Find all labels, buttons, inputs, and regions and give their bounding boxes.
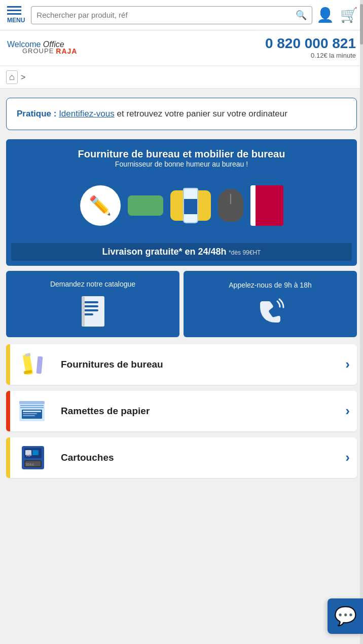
category-accent-fournitures bbox=[6, 344, 10, 385]
search-box: 🔍 bbox=[31, 6, 312, 24]
header: MENU 🔍 👤 🛒 bbox=[0, 0, 363, 30]
menu-button[interactable]: MENU bbox=[5, 4, 27, 26]
stapler-shape bbox=[128, 195, 163, 216]
logo-groupe-text: GROUPE bbox=[22, 47, 54, 55]
logo-groupe: GROUPE RAJA bbox=[7, 47, 77, 55]
category-accent-cartouches bbox=[6, 437, 10, 478]
banner-mouse-item bbox=[218, 189, 243, 222]
banner-bottom-note: *dès 99€HT bbox=[229, 249, 261, 256]
banner-notebook-item bbox=[250, 185, 283, 226]
pratique-bold: Pratique : bbox=[17, 109, 56, 118]
pen-circle bbox=[80, 185, 121, 226]
svg-rect-21 bbox=[32, 450, 39, 455]
mouse-shape bbox=[218, 189, 243, 222]
menu-label: MENU bbox=[7, 17, 25, 24]
category-name-fournitures: Fournitures de bureau bbox=[56, 359, 345, 370]
home-icon[interactable]: ⌂ bbox=[6, 70, 18, 84]
svg-rect-15 bbox=[23, 411, 41, 412]
svg-rect-5 bbox=[82, 296, 85, 327]
pratique-link[interactable]: Identifiez-vous bbox=[59, 109, 115, 118]
phone-icon bbox=[255, 296, 285, 329]
category-arrow-fournitures: › bbox=[345, 356, 357, 372]
banner-pen-item bbox=[80, 185, 121, 226]
category-img-fournitures bbox=[10, 344, 56, 385]
cart-icon[interactable]: 🛒 bbox=[340, 7, 358, 23]
pratique-box: Pratique : Identifiez-vous et retrouvez … bbox=[6, 98, 357, 130]
svg-rect-2 bbox=[83, 305, 98, 307]
category-item-fournitures[interactable]: Fournitures de bureau › bbox=[6, 344, 357, 385]
notebook-shape bbox=[250, 185, 283, 226]
svg-text:HP: HP bbox=[26, 453, 32, 458]
svg-rect-17 bbox=[23, 415, 35, 416]
banner-bottle-item bbox=[170, 190, 211, 221]
banner-title: Fourniture de bureau et mobilier de bure… bbox=[78, 148, 285, 160]
banner-subtitle: Fournisseur de bonne humeur au bureau ! bbox=[115, 160, 248, 168]
cta-catalogue-label: Demandez notre catalogue bbox=[50, 280, 135, 288]
breadcrumb-separator: > bbox=[21, 73, 25, 82]
category-arrow-cartouches: › bbox=[345, 450, 357, 465]
logo-bar: Welcome Office GROUPE RAJA 0 820 000 821… bbox=[0, 30, 363, 66]
svg-rect-11 bbox=[19, 401, 45, 404]
category-img-ramettes bbox=[10, 391, 56, 431]
category-name-ramettes: Ramettes de papier bbox=[56, 406, 345, 417]
pratique-after: et retrouvez votre panier sur votre ordi… bbox=[115, 109, 287, 118]
cta-call[interactable]: Appelez-nous de 9h à 18h bbox=[184, 271, 357, 337]
svg-rect-3 bbox=[83, 309, 98, 311]
category-name-cartouches: Cartouches bbox=[56, 452, 345, 463]
scrollbar[interactable] bbox=[360, 0, 363, 485]
user-icon[interactable]: 👤 bbox=[316, 7, 334, 23]
category-img-cartouches: HP 364xl bbox=[10, 437, 56, 478]
svg-text:364xl: 364xl bbox=[25, 463, 34, 466]
bottle-shape bbox=[183, 188, 198, 223]
svg-rect-1 bbox=[83, 301, 98, 303]
cta-row: Demandez notre catalogue Appelez-nous de… bbox=[6, 271, 357, 337]
logo-area: Welcome Office GROUPE RAJA bbox=[7, 40, 77, 55]
svg-rect-9 bbox=[36, 356, 43, 374]
header-icons: 👤 🛒 bbox=[316, 7, 358, 23]
svg-rect-12 bbox=[20, 405, 44, 406]
search-button[interactable]: 🔍 bbox=[296, 10, 307, 21]
banner-stapler-item bbox=[128, 195, 163, 216]
cta-call-label: Appelez-nous de 9h à 18h bbox=[229, 281, 311, 289]
logo-raja: RAJA bbox=[56, 47, 77, 55]
book-icon bbox=[79, 295, 107, 330]
category-item-ramettes[interactable]: Ramettes de papier › bbox=[6, 391, 357, 431]
category-accent-ramettes bbox=[6, 391, 10, 431]
category-arrow-ramettes: › bbox=[345, 403, 357, 419]
phone-number[interactable]: 0 820 000 821 bbox=[265, 35, 356, 52]
search-input[interactable] bbox=[37, 11, 296, 19]
scrollbar-thumb bbox=[360, 4, 363, 45]
banner[interactable]: Fourniture de bureau et mobilier de bure… bbox=[6, 139, 357, 266]
svg-rect-13 bbox=[20, 407, 44, 408]
banner-bottom-text: Livraison gratuite* en 24/48h bbox=[102, 247, 227, 257]
cta-catalogue[interactable]: Demandez notre catalogue bbox=[6, 271, 179, 337]
svg-rect-16 bbox=[23, 413, 37, 414]
category-list: Fournitures de bureau › Ramettes de papi… bbox=[6, 344, 357, 478]
banner-bottom: Livraison gratuite* en 24/48h *dès 99€HT bbox=[11, 243, 352, 261]
breadcrumb: ⌂ > bbox=[0, 66, 363, 89]
banner-items bbox=[11, 168, 352, 243]
phone-area: 0 820 000 821 0.12€ la minute bbox=[265, 35, 356, 59]
category-item-cartouches[interactable]: HP 364xl Cartouches › bbox=[6, 437, 357, 478]
phone-sub: 0.12€ la minute bbox=[265, 52, 356, 59]
